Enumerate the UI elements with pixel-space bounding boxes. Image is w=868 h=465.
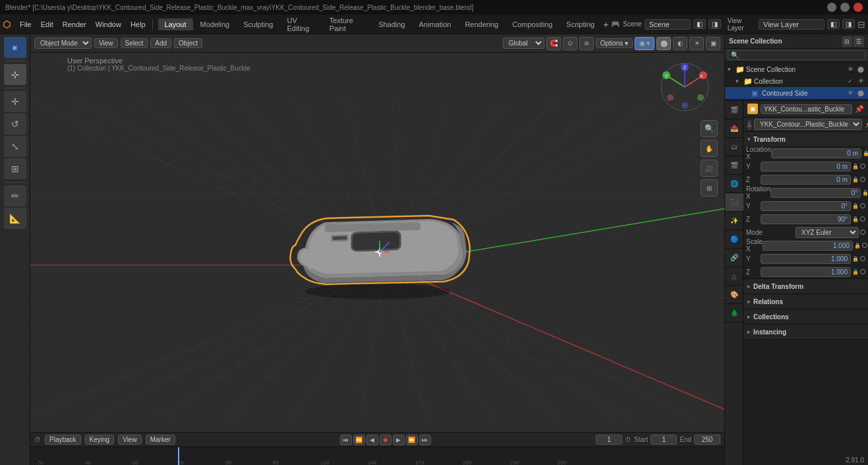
navigation-gizmo[interactable]: X Y Z <box>658 61 711 113</box>
play-btn[interactable]: ▶ <box>393 435 405 445</box>
scale-z-keyframe[interactable] <box>860 269 865 274</box>
rotation-z-keyframe[interactable] <box>860 216 865 222</box>
mode-dot[interactable] <box>860 230 865 235</box>
tab-shading[interactable]: Shading <box>372 18 411 30</box>
move-tool[interactable]: ✛ <box>4 91 26 112</box>
collection-vis-icon[interactable]: ✓ <box>846 77 855 86</box>
view-menu-btn[interactable]: View <box>94 38 118 48</box>
location-y-input[interactable] <box>761 162 851 171</box>
outliner-filter-btn[interactable]: ⊟ <box>842 36 852 47</box>
scale-x-input[interactable] <box>763 241 853 251</box>
scale-z-lock[interactable]: 🔒 <box>852 269 859 275</box>
viewport-options-btn[interactable]: Options ▾ <box>596 38 633 48</box>
add-menu-btn[interactable]: Add <box>150 38 171 48</box>
rotation-z-lock[interactable]: 🔒 <box>852 216 859 222</box>
location-x-lock[interactable]: 🔒 <box>863 150 868 156</box>
help-menu[interactable]: Help <box>127 19 150 30</box>
prev-keyframe-btn[interactable]: ⏪ <box>353 435 365 445</box>
close-button[interactable] <box>854 3 863 12</box>
keying-btn[interactable]: Keying <box>85 435 115 445</box>
pan-btn[interactable]: ✋ <box>701 140 718 157</box>
keyframe-start-btn[interactable]: ⏮ <box>340 435 352 445</box>
zoom-in-btn[interactable]: 🔍 <box>701 120 718 137</box>
scale-y-keyframe[interactable] <box>860 256 865 261</box>
cursor-tool[interactable]: ⊹ <box>4 64 26 85</box>
tab-uv-editing[interactable]: UV Editing <box>280 15 322 34</box>
shading-solid-btn[interactable]: ⬤ <box>656 37 671 50</box>
tab-compositing[interactable]: Compositing <box>506 18 559 30</box>
select-menu-btn[interactable]: Select <box>121 38 148 48</box>
panel-toggle-1[interactable]: ◧ <box>693 19 706 29</box>
prop-tab-object[interactable]: ⬛ <box>725 193 743 212</box>
scale-x-lock[interactable]: 🔒 <box>854 243 861 249</box>
tab-texture-paint[interactable]: Texture Paint <box>323 15 371 34</box>
prev-frame-btn[interactable]: ◀ <box>366 435 378 445</box>
overlay-toggle[interactable]: ◉ ▾ <box>635 37 654 50</box>
add-tab-button[interactable]: + <box>603 19 608 30</box>
rotation-z-input[interactable] <box>761 214 851 224</box>
scene-collection-vis-icon[interactable]: 👁 <box>846 65 855 74</box>
timeline-track[interactable]: -70 -40 -10 20 50 80 110 140 170 200 230… <box>30 447 724 465</box>
3d-object[interactable] <box>272 169 483 302</box>
tab-scripting[interactable]: Scripting <box>560 18 601 30</box>
minimize-button[interactable] <box>827 3 836 12</box>
location-y-lock[interactable]: 🔒 <box>852 164 859 170</box>
location-z-input[interactable] <box>761 175 851 185</box>
collections-header[interactable]: ▸ Collections <box>743 309 868 324</box>
playback-btn[interactable]: Playback <box>45 435 81 445</box>
rotation-y-input[interactable] <box>761 201 851 211</box>
transform-orientation-select[interactable]: Global Local Normal <box>503 38 544 49</box>
prop-tab-shadertree[interactable]: 🌲 <box>725 304 743 323</box>
tab-animation[interactable]: Animation <box>413 18 458 30</box>
scale-y-input[interactable] <box>761 254 851 264</box>
scale-x-keyframe[interactable] <box>862 243 867 248</box>
render-props-toggle[interactable]: ◨ <box>842 19 855 29</box>
marker-btn[interactable]: Marker <box>146 435 175 445</box>
prop-tab-render[interactable]: 🎬 <box>725 101 743 119</box>
rotation-x-input[interactable] <box>770 188 861 198</box>
delta-transform-header[interactable]: ▸ Delta Transform <box>743 279 868 294</box>
proportional-falloff-icon[interactable]: ≋ <box>579 37 594 50</box>
playhead[interactable] <box>178 447 179 465</box>
prop-tab-data[interactable]: △ <box>725 267 743 286</box>
window-menu[interactable]: Window <box>92 19 125 30</box>
rotation-y-lock[interactable]: 🔒 <box>852 203 859 209</box>
mode-select-btn[interactable]: ▣ <box>4 37 26 58</box>
snap-magnet-icon[interactable]: 🧲 <box>546 37 561 50</box>
tab-modeling[interactable]: Modeling <box>194 18 237 30</box>
scene-input[interactable] <box>645 19 691 30</box>
object-name-input[interactable] <box>761 104 852 114</box>
current-frame-input[interactable] <box>596 435 622 445</box>
filter-icon[interactable]: ⊟ <box>857 19 865 30</box>
shading-wireframe-btn[interactable]: ▣ <box>706 37 720 50</box>
prop-tab-constraints[interactable]: 🔗 <box>725 249 743 267</box>
scale-z-input[interactable] <box>761 267 851 277</box>
keyframe-end-btn[interactable]: ⏭ <box>419 435 431 445</box>
tab-sculpting[interactable]: Sculpting <box>237 18 279 30</box>
viewport-3d[interactable]: User Perspective (1) Collection | YKK_Co… <box>30 34 724 450</box>
prop-tab-view-layer[interactable]: 🗂 <box>725 138 743 156</box>
outliner-settings-btn[interactable]: ☰ <box>854 36 864 47</box>
shading-rendered-btn[interactable]: ☀ <box>689 37 704 50</box>
view-layer-input[interactable] <box>759 19 825 30</box>
orthographic-btn[interactable]: ⊞ <box>701 179 718 197</box>
prop-tab-scene[interactable]: 🎬 <box>725 156 743 175</box>
tab-rendering[interactable]: Rendering <box>458 18 505 30</box>
tree-item-collection[interactable]: ▾ 📁 Collection ✓ 👁 <box>725 75 868 87</box>
location-x-input[interactable] <box>771 148 861 158</box>
rotation-y-keyframe[interactable] <box>860 203 865 208</box>
transform-tool[interactable]: ⊞ <box>4 158 26 179</box>
relations-header[interactable]: ▸ Relations <box>743 294 868 309</box>
location-z-keyframe[interactable] <box>860 177 865 182</box>
record-btn[interactable]: ⏺ <box>380 435 391 445</box>
maximize-button[interactable] <box>840 3 850 12</box>
measure-tool[interactable]: 📐 <box>4 208 26 229</box>
mesh-vis-icon[interactable]: 👁 <box>846 88 855 98</box>
render-menu[interactable]: Render <box>59 19 90 30</box>
view-btn[interactable]: View <box>118 435 142 445</box>
start-frame-input[interactable] <box>651 435 677 445</box>
object-mode-select[interactable]: Object Mode Edit Mode Sculpt Mode <box>34 38 92 49</box>
object-menu-btn[interactable]: Object <box>174 38 202 48</box>
rotation-mode-select[interactable]: XYZ Euler XZY Euler Quaternion <box>796 227 859 238</box>
file-menu[interactable]: File <box>16 19 36 30</box>
